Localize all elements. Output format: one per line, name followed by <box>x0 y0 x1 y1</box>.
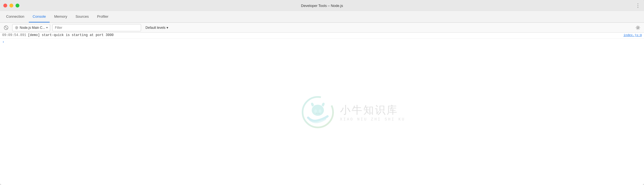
svg-point-7 <box>319 109 321 113</box>
prompt-arrow-icon: › <box>2 40 4 44</box>
toolbar: Node.js Main C... ▾ Default levels ▾ <box>0 23 644 33</box>
tab-memory[interactable]: Memory <box>50 11 71 22</box>
clear-icon <box>4 25 8 30</box>
title-bar: Developer Tools – Node.js ⋮ <box>0 0 644 11</box>
gear-icon <box>15 26 19 30</box>
watermark-chinese: 小牛知识库 <box>340 103 398 117</box>
svg-point-2 <box>16 27 17 28</box>
log-message: [demo] start-quick is starting at port 3… <box>28 33 618 37</box>
tab-connection[interactable]: Connection <box>2 11 28 22</box>
tab-bar: Connection Console Memory Sources Profil… <box>0 11 644 23</box>
settings-button[interactable] <box>634 24 642 32</box>
levels-dropdown[interactable]: Default levels ▾ <box>143 25 170 30</box>
title-bar-right: ⋮ <box>635 2 641 9</box>
svg-point-3 <box>637 27 639 29</box>
tab-sources[interactable]: Sources <box>71 11 93 22</box>
context-selector[interactable]: Node.js Main C... ▾ <box>12 24 50 31</box>
chevron-down-icon: ▾ <box>46 26 48 29</box>
svg-line-1 <box>5 26 7 29</box>
watermark: 小牛知识库 XIAO NIU ZHI SHI KU <box>301 96 405 129</box>
close-button[interactable] <box>3 4 7 7</box>
levels-label: Default levels <box>145 26 165 30</box>
svg-point-8 <box>316 113 318 114</box>
svg-point-6 <box>314 109 317 113</box>
window-controls <box>3 4 19 7</box>
watermark-pinyin: XIAO NIU ZHI SHI KU <box>340 117 405 122</box>
watermark-text-block: 小牛知识库 XIAO NIU ZHI SHI KU <box>340 103 405 122</box>
settings-icon <box>635 25 640 30</box>
more-options-button[interactable]: ⋮ <box>635 2 641 9</box>
watermark-logo <box>301 96 334 129</box>
tab-console[interactable]: Console <box>29 11 50 22</box>
log-source[interactable]: index.js:9 <box>618 34 642 37</box>
console-area[interactable]: 09:09:54.891 [demo] start-quick is start… <box>0 33 644 185</box>
context-label: Node.js Main C... <box>20 26 45 30</box>
window-title: Developer Tools – Node.js <box>301 4 343 8</box>
svg-point-9 <box>318 113 320 114</box>
devtools-window: Developer Tools – Node.js ⋮ Connection C… <box>0 0 644 185</box>
console-log-line: 09:09:54.891 [demo] start-quick is start… <box>0 33 644 39</box>
maximize-button[interactable] <box>16 4 19 7</box>
clear-console-button[interactable] <box>2 24 10 32</box>
levels-chevron-icon: ▾ <box>167 26 168 30</box>
svg-point-5 <box>312 105 324 116</box>
svg-point-4 <box>303 97 333 127</box>
minimize-button[interactable] <box>9 4 13 7</box>
console-prompt-line: › <box>0 39 644 45</box>
tab-profiler[interactable]: Profiler <box>93 11 112 22</box>
filter-input[interactable] <box>52 24 141 31</box>
log-timestamp: 09:09:54.891 <box>2 33 26 37</box>
